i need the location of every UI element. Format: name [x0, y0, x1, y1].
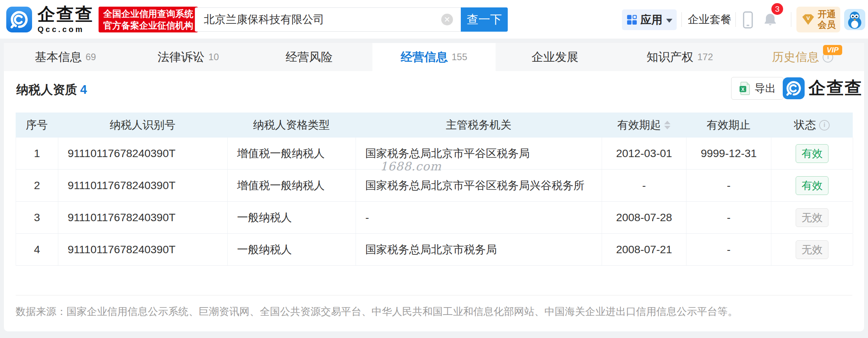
- cell-authority: 国家税务总局北京市平谷区税务局兴谷税务所: [356, 170, 602, 201]
- status-badge: 无效: [796, 208, 828, 227]
- status-badge: 有效: [796, 144, 828, 163]
- apps-grid-icon: [627, 14, 637, 25]
- table-row: 4 91110117678240390T 一般纳税人 国家税务总局北京市税务局 …: [16, 234, 853, 266]
- tab-count: 155: [451, 52, 467, 63]
- sort-icon[interactable]: [664, 121, 670, 129]
- tab-label: 历史信息: [772, 49, 819, 65]
- tab-intellectual-property[interactable]: 知识产权 172: [618, 43, 741, 71]
- tab-basic-info[interactable]: 基本信息 69: [4, 43, 127, 71]
- user-avatar[interactable]: [844, 9, 865, 30]
- tab-history-info[interactable]: VIP 历史信息 i: [741, 43, 864, 71]
- cell-type: 一般纳税人: [228, 202, 356, 233]
- divider: [791, 12, 791, 27]
- cell-valid-to: 9999-12-31: [686, 138, 771, 169]
- divider: [681, 12, 682, 27]
- vip-label: 开通 会员: [818, 9, 836, 30]
- divider: [735, 12, 736, 27]
- data-source-note: 数据来源：国家企业信用信息公示系统、巨潮资讯网、全国公共资源交易平台、中华人民共…: [16, 305, 738, 318]
- section-count: 4: [80, 83, 87, 97]
- enterprise-package-link[interactable]: 企业套餐: [688, 0, 731, 39]
- notification-count-badge: 3: [771, 2, 784, 16]
- table-row: 3 91110117678240390T 一般纳税人 - 2008-07-28 …: [16, 202, 853, 234]
- tab-company-development[interactable]: 企业发展: [496, 43, 618, 71]
- cell-valid-to: -: [686, 170, 771, 201]
- cell-valid-to: -: [686, 202, 771, 233]
- tab-count: 69: [86, 52, 96, 63]
- qcc-logo-text[interactable]: 企查查 Qcc.com: [38, 5, 94, 34]
- cell-tax-id: 91110117678240390T: [58, 138, 228, 169]
- cell-no: 1: [16, 138, 58, 169]
- section-title: 纳税人资质4: [16, 82, 87, 98]
- footer-divider: [16, 295, 852, 295]
- cell-valid-from: 2012-03-01: [602, 138, 686, 169]
- export-label: 导出: [755, 81, 776, 95]
- cell-authority: 国家税务总局北京市平谷区税务局: [356, 138, 602, 169]
- cell-type: 增值税一般纳税人: [228, 138, 356, 169]
- mobile-app-icon[interactable]: [742, 11, 753, 30]
- cell-tax-id: 91110117678240390T: [58, 234, 228, 265]
- col-header-tax-id: 纳税人识别号: [58, 113, 227, 138]
- col-header-status: 状态 i: [771, 113, 853, 138]
- vip-badge: VIP: [823, 45, 842, 55]
- status-badge: 无效: [796, 240, 828, 259]
- tab-label: 法律诉讼: [158, 49, 205, 65]
- tab-label: 知识产权: [647, 49, 694, 65]
- tab-label: 基本信息: [35, 49, 82, 65]
- certification-badge: 全国企业信用查询系统 官方备案企业征信机构: [99, 7, 198, 32]
- table-row: 1 91110117678240390T 增值税一般纳税人 国家税务总局北京市平…: [16, 138, 853, 170]
- cell-no: 3: [16, 202, 58, 233]
- notifications-bell-icon[interactable]: 3: [763, 12, 778, 29]
- tab-legal-proceedings[interactable]: 法律诉讼 10: [127, 43, 250, 71]
- brand-domain: Qcc.com: [38, 25, 94, 34]
- clear-search-icon[interactable]: ✕: [441, 14, 453, 25]
- tab-count: 172: [697, 52, 713, 63]
- export-button[interactable]: X 导出: [731, 77, 784, 100]
- content-card: 基本信息 69 法律诉讼 10 经营风险 经营信息 155 企业发展 知识产权: [4, 43, 864, 331]
- qcc-watermark: 企查查: [783, 77, 863, 100]
- certification-line2: 官方备案企业征信机构: [103, 20, 193, 31]
- apps-label: 应用: [641, 13, 663, 27]
- cell-status: 有效: [771, 170, 853, 201]
- cell-status: 无效: [771, 202, 853, 233]
- col-header-type: 纳税人资格类型: [227, 113, 356, 138]
- apps-button[interactable]: 应用: [622, 9, 677, 30]
- cell-status: 无效: [771, 234, 853, 265]
- certification-line1: 全国企业信用查询系统: [103, 8, 193, 20]
- tab-label: 经营信息: [401, 49, 447, 65]
- tab-label: 经营风险: [286, 49, 332, 65]
- cell-status: 有效: [771, 138, 853, 169]
- col-header-authority: 主管税务机关: [356, 113, 602, 138]
- table-row: 2 91110117678240390T 增值税一般纳税人 国家税务总局北京市平…: [16, 170, 853, 202]
- cell-no: 2: [16, 170, 58, 201]
- col-header-no: 序号: [16, 113, 58, 138]
- cell-valid-from: 2008-07-28: [602, 202, 686, 233]
- open-vip-button[interactable]: V 开通 会员: [796, 7, 840, 32]
- search-input[interactable]: [195, 7, 461, 32]
- cell-tax-id: 91110117678240390T: [58, 170, 228, 201]
- search-button[interactable]: 查一下: [461, 7, 508, 32]
- tab-business-info[interactable]: 经营信息 155: [372, 43, 495, 71]
- col-header-valid-from[interactable]: 有效期起: [602, 113, 686, 138]
- tab-operating-risk[interactable]: 经营风险: [250, 43, 372, 71]
- cell-valid-to: -: [686, 234, 771, 265]
- info-icon[interactable]: i: [819, 120, 830, 131]
- cell-type: 一般纳税人: [228, 234, 356, 265]
- col-header-valid-to: 有效期止: [686, 113, 771, 138]
- svg-text:X: X: [741, 87, 744, 92]
- qcc-logo-icon[interactable]: [6, 7, 32, 32]
- chevron-down-icon: [666, 19, 672, 23]
- top-header: 企查查 Qcc.com 全国企业信用查询系统 官方备案企业征信机构 ✕ 查一下 …: [0, 0, 868, 39]
- cell-valid-from: 2008-07-21: [602, 234, 686, 265]
- brand-name: 企查查: [38, 5, 94, 24]
- svg-text:V: V: [806, 15, 810, 21]
- cell-authority: -: [356, 202, 602, 233]
- search-bar: ✕ 查一下: [195, 7, 508, 32]
- qcc-watermark-icon: [783, 77, 805, 99]
- cell-tax-id: 91110117678240390T: [58, 202, 228, 233]
- cell-type: 增值税一般纳税人: [228, 170, 356, 201]
- tab-bar: 基本信息 69 法律诉讼 10 经营风险 经营信息 155 企业发展 知识产权: [4, 43, 864, 71]
- tab-count: 10: [208, 52, 219, 63]
- cell-authority: 国家税务总局北京市税务局: [356, 234, 602, 265]
- excel-icon: X: [739, 82, 751, 95]
- table-header-row: 序号 纳税人识别号 纳税人资格类型 主管税务机关 有效期起 有效期止 状态 i: [16, 113, 853, 138]
